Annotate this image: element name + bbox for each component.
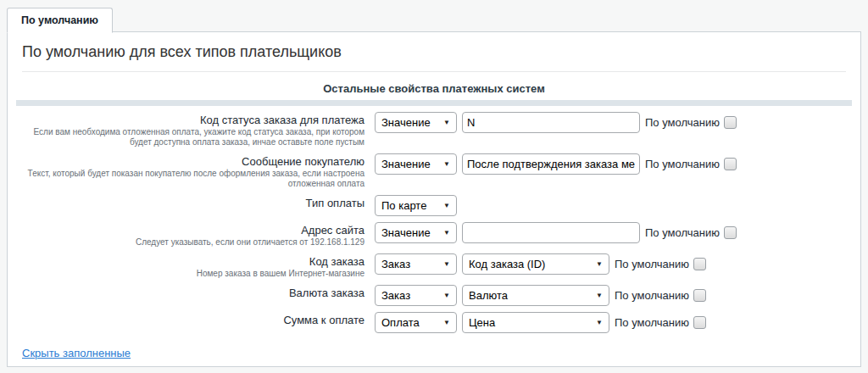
site-address-input[interactable] [462,222,640,243]
order-code-select[interactable]: Код заказа (ID) ▼ [462,253,609,275]
field-label: Сумма к оплате [25,314,364,327]
default-wrap: По умолчанию [615,258,706,270]
form-row: Сумма к оплате Оплата ▼ Цена ▼ По умолча… [8,311,860,333]
form-row: Адрес сайта Следует указывать, если они … [8,221,860,248]
label-cell: Сообщение покупателю Текст, который буде… [8,153,370,189]
label-cell: Код заказа Номер заказа в вашем Интернет… [8,253,370,279]
amount-select[interactable]: Цена ▼ [462,312,609,333]
default-label: По умолчанию [645,116,720,129]
default-wrap: По умолчанию [615,316,706,329]
field-label: Код заказа [25,255,364,269]
select-value: Значение [381,158,431,170]
controls: Заказ ▼ Код заказа (ID) ▼ По умолчанию [375,253,706,275]
chevron-down-icon: ▼ [443,229,450,237]
hide-link-wrap: Скрыть заполненные [22,345,846,360]
form-row: Код статуса заказа для платежа Если вам … [8,111,860,148]
form-row: Код заказа Номер заказа в вашем Интернет… [8,253,860,279]
source-select[interactable]: Заказ ▼ [375,253,457,275]
payment-type-select[interactable]: По карте ▼ [375,195,457,216]
field-hint: Текст, который будет показан покупателю … [25,169,364,189]
chevron-down-icon: ▼ [596,319,603,326]
chevron-down-icon: ▼ [443,202,450,209]
hide-filled-link[interactable]: Скрыть заполненные [22,347,131,359]
label-cell: Валюта заказа [8,284,370,300]
field-label: Сообщение покупателю [25,155,364,169]
tab-default[interactable]: По умолчанию [7,8,113,33]
tab-bar: По умолчанию [0,0,868,31]
select-value: Заказ [381,258,410,270]
chevron-down-icon: ▼ [443,160,450,168]
field-hint: Если вам необходима отложенная оплата, у… [25,127,364,148]
chevron-down-icon: ▼ [596,260,603,268]
field-label: Адрес сайта [25,224,364,237]
settings-panel: По умолчанию для всех типов плательщиков… [7,31,861,367]
value-type-select[interactable]: Значение ▼ [375,222,457,243]
controls: Значение ▼ По умолчанию [375,153,737,175]
value-type-select[interactable]: Значение ▼ [375,153,457,175]
chevron-down-icon: ▼ [443,260,450,268]
status-code-input[interactable] [462,112,640,133]
controls: Значение ▼ По умолчанию [375,221,737,243]
field-hint: Номер заказа в вашем Интернет-магазине [25,269,364,279]
currency-select[interactable]: Валюта ▼ [462,285,609,306]
section-title: Остальные свойства платежных систем [8,82,860,95]
source-select[interactable]: Заказ ▼ [375,285,457,306]
select-value: Оплата [381,316,420,329]
default-checkbox[interactable] [693,258,706,270]
default-checkbox[interactable] [724,158,737,170]
chevron-down-icon: ▼ [443,292,450,299]
field-hint: Следует указывать, если они отличается о… [25,237,364,248]
controls: Оплата ▼ Цена ▼ По умолчанию [375,311,706,333]
section-header-bar [16,100,852,106]
label-cell: Сумма к оплате [8,311,370,327]
source-select[interactable]: Оплата ▼ [375,312,457,333]
chevron-down-icon: ▼ [596,292,603,299]
label-cell: Тип оплаты [8,194,370,210]
default-label: По умолчанию [615,289,689,302]
form-row: Валюта заказа Заказ ▼ Валюта ▼ По умолча… [8,284,860,306]
buyer-message-input[interactable] [462,153,640,175]
default-label: По умолчанию [615,258,689,270]
default-wrap: По умолчанию [645,226,737,239]
default-label: По умолчанию [615,316,689,329]
default-label: По умолчанию [645,226,720,239]
form-row: Тип оплаты По карте ▼ [8,194,860,216]
title-divider [22,71,846,72]
value-type-select[interactable]: Значение ▼ [375,112,457,133]
default-checkbox[interactable] [693,289,706,302]
select-value: Валюта [469,289,508,302]
controls: Значение ▼ По умолчанию [375,111,737,133]
default-checkbox[interactable] [724,116,737,129]
default-checkbox[interactable] [724,226,737,239]
select-value: Значение [381,116,431,129]
settings-page: По умолчанию По умолчанию для всех типов… [0,0,868,367]
label-cell: Адрес сайта Следует указывать, если они … [8,221,370,248]
select-value: Заказ [381,289,410,302]
default-label: По умолчанию [645,158,720,170]
field-label: Валюта заказа [25,287,364,300]
controls: По карте ▼ [375,194,457,216]
form-row: Сообщение покупателю Текст, который буде… [8,153,860,189]
chevron-down-icon: ▼ [443,319,450,326]
default-checkbox[interactable] [693,316,706,329]
select-value: Значение [381,226,431,239]
default-wrap: По умолчанию [645,158,737,170]
chevron-down-icon: ▼ [443,119,450,126]
field-label: Код статуса заказа для платежа [25,114,364,127]
controls: Заказ ▼ Валюта ▼ По умолчанию [375,284,706,306]
label-cell: Код статуса заказа для платежа Если вам … [8,111,370,148]
field-label: Тип оплаты [25,197,364,210]
default-wrap: По умолчанию [615,289,706,302]
page-title: По умолчанию для всех типов плательщиков [22,42,846,61]
select-value: По карте [381,199,426,212]
select-value: Цена [469,316,495,329]
default-wrap: По умолчанию [645,116,737,129]
select-value: Код заказа (ID) [469,258,545,270]
